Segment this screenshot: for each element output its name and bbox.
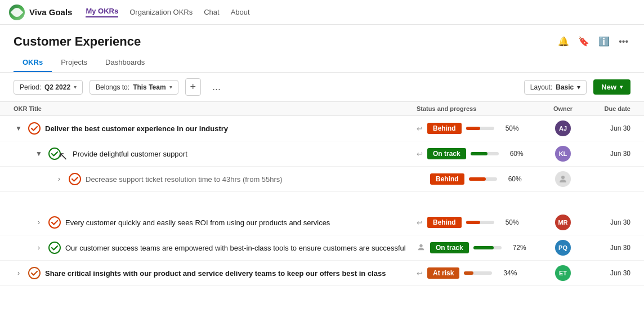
progress-bar bbox=[464, 271, 473, 275]
progress-bar bbox=[471, 152, 488, 155]
okr-title-cell: ▼ ↖Provide delightful customer support bbox=[34, 147, 417, 160]
belongs-filter[interactable]: Belongs to: This Team ▾ bbox=[90, 80, 178, 95]
tab-dashboards[interactable]: Dashboards bbox=[96, 53, 154, 72]
okr-owner-cell: KL bbox=[540, 146, 585, 162]
page-header: Customer Experience 🔔 🔖 ℹ️ ••• OKRs Proj… bbox=[0, 25, 644, 73]
col-title: OKR Title bbox=[14, 105, 417, 112]
bookmark-icon[interactable]: 🔖 bbox=[576, 34, 592, 49]
progress-bar-wrap bbox=[471, 152, 499, 155]
nav-links: My OKRs Organization OKRs Chat About bbox=[86, 7, 249, 17]
table-row: › Decrease support ticket resolution tim… bbox=[0, 167, 644, 192]
nav-chat[interactable]: Chat bbox=[204, 8, 219, 16]
logo: Viva Goals bbox=[9, 5, 72, 20]
col-due: Due date bbox=[585, 105, 630, 112]
table-row: ▼ ↖Provide delightful customer support↩O… bbox=[0, 141, 644, 167]
okr-owner-cell: ET bbox=[540, 265, 585, 281]
header-icons: 🔔 🔖 ℹ️ ••• bbox=[556, 34, 630, 49]
okr-goal-icon bbox=[69, 173, 81, 185]
progress-bar-wrap bbox=[466, 127, 494, 130]
okr-title-text[interactable]: Every customer quickly and easily sees R… bbox=[65, 218, 330, 227]
okr-owner-cell: AJ bbox=[540, 120, 585, 136]
okr-goal-icon bbox=[28, 122, 41, 135]
okr-due-cell: Jun 30 bbox=[585, 244, 630, 252]
toolbar-more-btn[interactable]: ... bbox=[208, 79, 225, 95]
add-filter-btn[interactable]: + bbox=[185, 78, 202, 96]
okr-title-text[interactable]: Share critical insights with our product… bbox=[45, 269, 386, 278]
tab-okrs[interactable]: OKRs bbox=[14, 53, 52, 72]
svg-point-6 bbox=[419, 244, 422, 247]
info-icon[interactable]: ℹ️ bbox=[596, 34, 612, 49]
okr-title-text[interactable]: Provide delightful customer support bbox=[73, 150, 187, 158]
new-chevron: ▾ bbox=[620, 84, 623, 90]
okr-due-cell: Jun 30 bbox=[585, 218, 630, 226]
okr-title-cell: › Decrease support ticket resolution tim… bbox=[54, 173, 417, 185]
placeholder-icon bbox=[417, 243, 426, 253]
expand-btn[interactable]: › bbox=[34, 243, 44, 253]
avatar: KL bbox=[555, 146, 571, 162]
okr-owner-cell: MR bbox=[540, 215, 585, 230]
svg-point-3 bbox=[561, 176, 565, 179]
okr-title-text[interactable]: Decrease support ticket resolution time … bbox=[86, 175, 283, 184]
okr-title-text[interactable]: Our customer success teams are empowered… bbox=[65, 244, 406, 252]
expand-btn[interactable]: ▼ bbox=[34, 149, 44, 159]
logo-leaf bbox=[11, 6, 24, 19]
okr-title-text[interactable]: Deliver the best customer experience in … bbox=[45, 124, 228, 133]
table-header: OKR Title Status and progress Owner Due … bbox=[0, 102, 644, 116]
progress-bar bbox=[466, 127, 480, 130]
progress-bar-wrap bbox=[469, 177, 497, 181]
expand-btn[interactable]: › bbox=[14, 268, 24, 278]
sub-tabs: OKRs Projects Dashboards bbox=[14, 53, 630, 72]
avatar: MR bbox=[555, 215, 571, 230]
tab-projects[interactable]: Projects bbox=[52, 53, 96, 72]
progress-bar-wrap bbox=[466, 221, 494, 224]
okr-owner-cell: PQ bbox=[540, 240, 585, 256]
svg-point-0 bbox=[29, 123, 40, 134]
layout-label: Layout: bbox=[530, 83, 552, 91]
okr-list: ▼ Deliver the best customer experience i… bbox=[0, 116, 644, 286]
table-row: › Our customer success teams are empower… bbox=[0, 235, 644, 261]
expand-btn[interactable]: › bbox=[34, 217, 44, 227]
progress-bar-wrap bbox=[473, 246, 502, 249]
redirect-icon: ↩ bbox=[417, 150, 423, 158]
okr-title-cell: › Share critical insights with our produ… bbox=[14, 267, 417, 279]
nav-about[interactable]: About bbox=[231, 8, 250, 16]
progress-bar-wrap bbox=[464, 271, 492, 275]
spacer bbox=[0, 192, 644, 210]
belongs-value: This Team bbox=[133, 83, 166, 91]
period-label: Period: bbox=[20, 83, 41, 91]
avatar: ET bbox=[555, 265, 571, 281]
more-options-icon[interactable]: ••• bbox=[616, 34, 630, 49]
status-badge: On track bbox=[430, 242, 469, 253]
progress-pct: 50% bbox=[499, 124, 519, 132]
logo-icon bbox=[9, 5, 25, 20]
svg-point-7 bbox=[29, 267, 40, 279]
progress-bar bbox=[466, 221, 480, 224]
col-status: Status and progress bbox=[417, 105, 540, 112]
layout-value: Basic bbox=[556, 83, 574, 91]
status-badge: At risk bbox=[427, 267, 459, 279]
belongs-chevron: ▾ bbox=[169, 84, 172, 90]
avatar: PQ bbox=[555, 240, 571, 256]
table-row: › Share critical insights with our produ… bbox=[0, 261, 644, 286]
notifications-icon[interactable]: 🔔 bbox=[556, 34, 571, 49]
expand-btn[interactable]: › bbox=[54, 174, 64, 184]
table-row: › Every customer quickly and easily sees… bbox=[0, 210, 644, 235]
okr-goal-icon bbox=[48, 242, 61, 254]
layout-btn[interactable]: Layout: Basic ▾ bbox=[524, 80, 587, 95]
expand-btn[interactable]: ▼ bbox=[14, 123, 24, 133]
table-row: ▼ Deliver the best customer experience i… bbox=[0, 116, 644, 141]
avatar-placeholder bbox=[555, 171, 571, 187]
period-value: Q2 2022 bbox=[44, 83, 70, 91]
okr-status-cell: ↩Behind50% bbox=[417, 217, 540, 228]
new-btn[interactable]: New ▾ bbox=[593, 79, 630, 95]
page-title: Customer Experience bbox=[14, 34, 141, 49]
okr-due-cell: Jun 30 bbox=[585, 150, 630, 158]
status-badge: Behind bbox=[427, 123, 462, 134]
status-badge: On track bbox=[427, 148, 466, 159]
okr-title-cell: › Our customer success teams are empower… bbox=[34, 242, 417, 254]
progress-pct: 60% bbox=[503, 150, 524, 158]
nav-org-okrs[interactable]: Organization OKRs bbox=[129, 8, 193, 16]
period-filter[interactable]: Period: Q2 2022 ▾ bbox=[14, 80, 83, 95]
svg-point-4 bbox=[49, 217, 60, 228]
nav-my-okrs[interactable]: My OKRs bbox=[86, 7, 118, 17]
